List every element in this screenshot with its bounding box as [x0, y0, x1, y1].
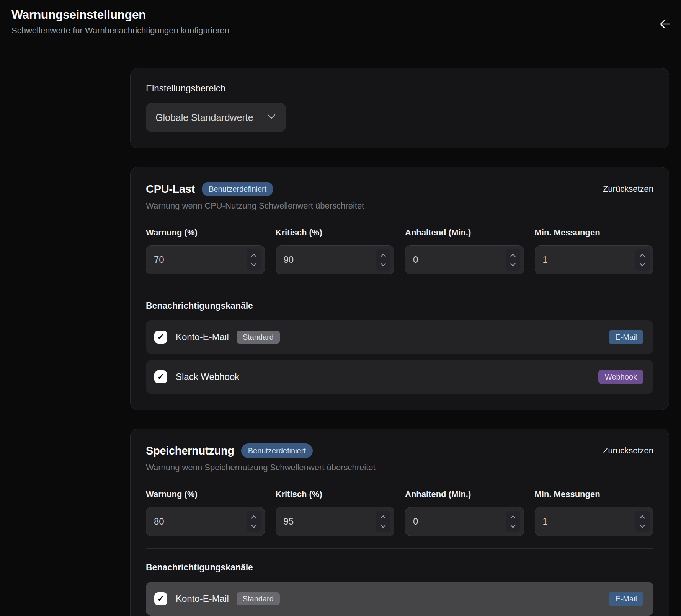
chevron-up-icon: [251, 252, 256, 259]
page-header: Warnungseinstellungen Schwellenwerte für…: [0, 0, 681, 44]
email-type-badge: E-Mail: [609, 330, 643, 344]
chevron-up-icon: [640, 513, 645, 520]
field-label: Min. Messungen: [535, 489, 654, 499]
chevron-down-icon: [640, 523, 645, 530]
chevron-down-icon: [267, 114, 276, 121]
chevron-up-icon: [640, 252, 645, 259]
field-label: Warnung (%): [146, 228, 265, 238]
channel-name: Konto-E-Mail: [176, 332, 229, 342]
cpu-channel-account-email[interactable]: ✓ Konto-E-Mail Standard E-Mail: [146, 320, 653, 354]
memory-min-measurements-stepper[interactable]: [635, 511, 650, 532]
scope-select[interactable]: Globale Standardwerte: [146, 103, 286, 132]
scope-label: Einstellungsbereich: [146, 83, 653, 94]
cpu-min-measurements-field: Min. Messungen: [535, 228, 654, 274]
back-button[interactable]: [657, 18, 673, 31]
cpu-warning-stepper[interactable]: [247, 249, 261, 271]
arrow-left-icon: [659, 19, 671, 30]
cpu-sustained-stepper[interactable]: [506, 249, 520, 271]
memory-channels-heading: Benachrichtigungskanäle: [146, 562, 653, 573]
cpu-section-description: Warnung wenn CPU-Nutzung Schwellenwert ü…: [146, 201, 653, 211]
webhook-type-badge: Webhook: [598, 370, 643, 384]
memory-sustained-field: Anhaltend (Min.): [405, 489, 524, 536]
cpu-custom-badge: Benutzerdefiniert: [202, 182, 273, 196]
divider: [146, 548, 653, 549]
chevron-down-icon: [510, 261, 516, 268]
memory-custom-badge: Benutzerdefiniert: [241, 443, 313, 458]
settings-content: Einstellungsbereich Globale Standardwert…: [130, 68, 669, 616]
chevron-up-icon: [510, 252, 516, 259]
memory-warning-stepper[interactable]: [247, 511, 261, 532]
memory-section-head: Speichernutzung Benutzerdefiniert Zurück…: [146, 443, 653, 458]
cpu-critical-stepper[interactable]: [376, 249, 390, 271]
field-label: Anhaltend (Min.): [405, 228, 524, 238]
scope-card: Einstellungsbereich Globale Standardwert…: [130, 68, 669, 148]
check-icon: ✓: [157, 372, 164, 382]
cpu-load-card: CPU-Last Benutzerdefiniert Zurücksetzen …: [130, 167, 669, 410]
chevron-down-icon: [510, 523, 516, 530]
chevron-up-icon: [510, 513, 516, 520]
field-label: Anhaltend (Min.): [405, 489, 524, 499]
memory-critical-stepper[interactable]: [376, 511, 390, 532]
page-title: Warnungseinstellungen: [11, 8, 669, 22]
cpu-min-measurements-stepper[interactable]: [635, 249, 650, 271]
cpu-sustained-field: Anhaltend (Min.): [405, 228, 524, 274]
memory-critical-field: Kritisch (%): [276, 489, 395, 536]
chevron-down-icon: [640, 261, 645, 268]
check-icon: ✓: [157, 332, 164, 342]
channel-name: Slack Webhook: [176, 372, 239, 382]
page-subtitle: Schwellenwerte für Warnbenachrichtigunge…: [11, 26, 669, 36]
standard-badge: Standard: [237, 331, 280, 344]
field-label: Min. Messungen: [535, 228, 654, 238]
cpu-section-head: CPU-Last Benutzerdefiniert Zurücksetzen: [146, 182, 653, 196]
cpu-critical-field: Kritisch (%): [276, 228, 395, 274]
cpu-warning-field: Warnung (%): [146, 228, 265, 274]
field-label: Warnung (%): [146, 489, 265, 499]
memory-min-measurements-field: Min. Messungen: [535, 489, 654, 536]
cpu-channels-heading: Benachrichtigungskanäle: [146, 301, 653, 311]
memory-channel-account-email[interactable]: ✓ Konto-E-Mail Standard E-Mail: [146, 582, 653, 616]
memory-section-description: Warnung wenn Speichernutzung Schwellenwe…: [146, 463, 653, 473]
checkbox-checked[interactable]: ✓: [154, 331, 167, 344]
memory-warning-field: Warnung (%): [146, 489, 265, 536]
memory-usage-card: Speichernutzung Benutzerdefiniert Zurück…: [130, 429, 669, 616]
channel-name: Konto-E-Mail: [176, 593, 229, 604]
check-icon: ✓: [157, 594, 164, 604]
chevron-down-icon: [251, 523, 256, 530]
chevron-up-icon: [381, 513, 386, 520]
memory-sustained-stepper[interactable]: [506, 511, 520, 532]
scope-select-value: Globale Standardwerte: [155, 112, 253, 123]
chevron-down-icon: [381, 261, 386, 268]
checkbox-checked[interactable]: ✓: [154, 592, 167, 605]
field-label: Kritisch (%): [276, 489, 395, 499]
chevron-up-icon: [251, 513, 256, 520]
cpu-section-title: CPU-Last: [146, 183, 195, 196]
chevron-down-icon: [381, 523, 386, 530]
chevron-down-icon: [251, 261, 256, 268]
cpu-threshold-fields: Warnung (%) Kritisch (%): [146, 228, 653, 274]
cpu-channel-slack-webhook[interactable]: ✓ Slack Webhook Webhook: [146, 360, 653, 394]
cpu-reset-button[interactable]: Zurücksetzen: [603, 184, 653, 194]
memory-threshold-fields: Warnung (%) Kritisch (%): [146, 489, 653, 536]
chevron-up-icon: [381, 252, 386, 259]
email-type-badge: E-Mail: [609, 592, 643, 606]
standard-badge: Standard: [237, 592, 280, 605]
field-label: Kritisch (%): [276, 228, 395, 238]
divider: [146, 287, 653, 287]
memory-reset-button[interactable]: Zurücksetzen: [603, 446, 653, 456]
checkbox-checked[interactable]: ✓: [154, 370, 167, 383]
memory-section-title: Speichernutzung: [146, 445, 234, 457]
